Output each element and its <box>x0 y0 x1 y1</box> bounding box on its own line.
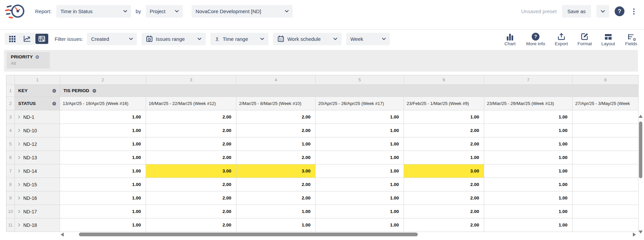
issue-key-cell[interactable]: ND-15 <box>15 178 60 191</box>
value-cell[interactable]: 3.00 <box>236 164 316 178</box>
gear-icon[interactable]: ⚙ <box>35 55 39 59</box>
time-range-button[interactable]: ✂ Time range <box>210 33 268 45</box>
value-cell[interactable]: 1.00 <box>484 110 573 124</box>
value-cell[interactable]: 2.00 <box>146 218 236 232</box>
value-cell[interactable]: 2.00 <box>236 124 316 137</box>
save-as-button[interactable]: Save as <box>562 5 591 18</box>
value-cell[interactable]: 2.00 <box>146 151 236 164</box>
more-info-button[interactable]: ? More info <box>526 32 545 46</box>
value-cell[interactable] <box>573 151 639 164</box>
value-cell[interactable] <box>573 191 639 205</box>
value-cell[interactable]: 1.00 <box>60 110 146 124</box>
value-cell[interactable]: 1.00 <box>60 137 146 151</box>
expand-chevron-icon[interactable] <box>18 196 20 200</box>
export-button[interactable]: Export <box>555 32 568 46</box>
value-cell[interactable] <box>573 205 639 218</box>
period-header[interactable]: 20/Apr/25 - 26/Apr/25 (Week #17) <box>316 97 404 110</box>
scroll-down-arrow-icon[interactable] <box>639 231 643 234</box>
expand-chevron-icon[interactable] <box>18 223 20 227</box>
value-cell[interactable]: 1.00 <box>236 205 316 218</box>
help-button[interactable]: ? <box>615 6 624 16</box>
value-cell[interactable]: 2.00 <box>146 178 236 191</box>
issues-range-button[interactable]: Issues range <box>142 33 206 45</box>
value-cell[interactable]: 1.00 <box>60 205 146 218</box>
horizontal-scroll-track[interactable] <box>65 232 631 237</box>
value-cell[interactable]: 1.00 <box>60 151 146 164</box>
value-cell[interactable]: 2.00 <box>404 178 484 191</box>
value-cell[interactable]: 1.00 <box>484 191 573 205</box>
value-cell[interactable]: 1.00 <box>236 218 316 232</box>
expand-chevron-icon[interactable] <box>18 183 20 186</box>
issue-key-cell[interactable]: ND-18 <box>15 218 60 232</box>
issue-key-cell[interactable]: ND-17 <box>15 205 60 218</box>
value-cell[interactable]: 2.00 <box>236 151 316 164</box>
value-cell[interactable]: 1.00 <box>404 151 484 164</box>
table-view-button[interactable] <box>35 34 48 44</box>
value-cell[interactable]: 1.00 <box>60 178 146 191</box>
issue-key-cell[interactable]: ND-16 <box>15 191 60 205</box>
scroll-right-arrow-icon[interactable] <box>633 233 636 237</box>
value-cell[interactable]: 2.00 <box>404 137 484 151</box>
value-cell[interactable]: 2.00 <box>146 191 236 205</box>
issue-key-cell[interactable]: ND-14 <box>15 164 60 178</box>
format-button[interactable]: Format <box>578 32 592 46</box>
filter-issues-select[interactable]: Created <box>87 33 137 45</box>
value-cell[interactable]: 1.00 <box>316 110 404 124</box>
gear-icon[interactable]: ⚙ <box>92 88 97 93</box>
period-header[interactable]: 27/Apr/25 - 3/May/25 (Week <box>573 97 639 110</box>
value-cell[interactable]: 1.00 <box>404 110 484 124</box>
gear-icon[interactable]: ⚙ <box>52 88 56 93</box>
value-cell[interactable]: 2.00 <box>404 191 484 205</box>
scroll-left-arrow-icon[interactable] <box>61 233 64 237</box>
value-cell[interactable]: 1.00 <box>60 164 146 178</box>
chart-tool-button[interactable]: Chart <box>503 32 517 46</box>
expand-chevron-icon[interactable] <box>18 169 20 173</box>
value-cell[interactable]: 1.00 <box>484 151 573 164</box>
horizontal-scroll-thumb[interactable] <box>79 233 418 236</box>
value-cell[interactable]: 1.00 <box>316 191 404 205</box>
expand-chevron-icon[interactable] <box>18 129 20 132</box>
value-cell[interactable]: 2.00 <box>404 124 484 137</box>
value-cell[interactable]: 1.00 <box>484 205 573 218</box>
value-cell[interactable] <box>573 137 639 151</box>
value-cell[interactable]: 1.00 <box>236 137 316 151</box>
value-cell[interactable]: 1.00 <box>484 137 573 151</box>
value-cell[interactable]: 1.00 <box>316 205 404 218</box>
vertical-scrollbar[interactable] <box>638 114 643 234</box>
value-cell[interactable]: 2.00 <box>236 178 316 191</box>
period-header[interactable]: 2/Mar/25 - 8/Mar/25 (Week #10) <box>236 97 316 110</box>
grid-view-button[interactable] <box>6 34 19 44</box>
fields-button[interactable]: ⚙ Fields <box>624 32 638 46</box>
value-cell[interactable]: 1.00 <box>316 137 404 151</box>
save-options-button[interactable] <box>596 5 609 18</box>
group-by-select[interactable]: Project <box>146 5 183 18</box>
scroll-up-arrow-icon[interactable] <box>639 115 643 118</box>
value-cell[interactable]: 1.00 <box>484 124 573 137</box>
work-schedule-button[interactable]: Work schedule <box>273 33 342 45</box>
chart-view-button[interactable] <box>21 34 33 44</box>
value-cell[interactable]: 2.00 <box>404 218 484 232</box>
value-cell[interactable]: 1.00 <box>484 178 573 191</box>
period-header[interactable]: 23/Mar/25 - 29/Mar/25 (Week #13) <box>484 97 573 110</box>
issue-key-cell[interactable]: ND-1 <box>15 110 60 124</box>
value-cell[interactable] <box>573 218 639 232</box>
project-select[interactable]: NovaCore Development [ND] <box>192 5 293 18</box>
value-cell[interactable]: 2.00 <box>146 110 236 124</box>
period-header[interactable]: 13/Apr/25 - 19/Apr/25 (Week #16) <box>60 97 146 110</box>
value-cell[interactable]: 2.00 <box>236 110 316 124</box>
value-cell[interactable]: 2.00 <box>146 124 236 137</box>
value-cell[interactable] <box>573 124 639 137</box>
value-cell[interactable]: 1.00 <box>60 191 146 205</box>
expand-chevron-icon[interactable] <box>18 115 20 119</box>
report-type-select[interactable]: Time in Status <box>56 5 131 18</box>
issue-key-cell[interactable]: ND-12 <box>15 137 60 151</box>
period-header[interactable]: 16/Mar/25 - 22/Mar/25 (Week #12) <box>146 97 236 110</box>
value-cell[interactable]: 1.00 <box>60 218 146 232</box>
value-cell[interactable]: 1.00 <box>60 124 146 137</box>
value-cell[interactable]: 1.00 <box>316 151 404 164</box>
value-cell[interactable] <box>573 178 639 191</box>
expand-chevron-icon[interactable] <box>18 210 20 213</box>
value-cell[interactable]: 1.00 <box>316 164 404 178</box>
value-cell[interactable]: 2.00 <box>236 191 316 205</box>
expand-chevron-icon[interactable] <box>18 156 20 159</box>
